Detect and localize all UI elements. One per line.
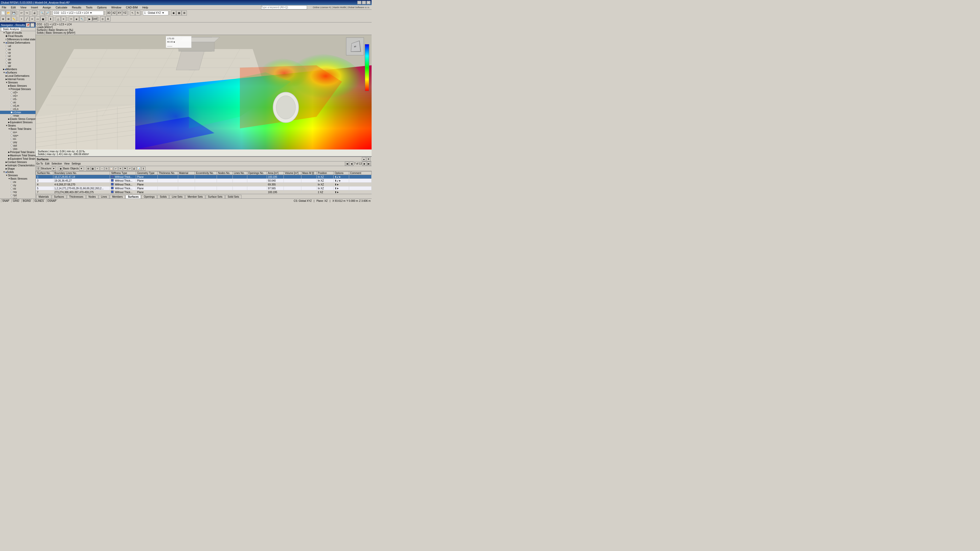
nav-global-def[interactable]: ▼ ■ Global Deformations — [0, 41, 35, 44]
zoom-in-btn[interactable]: 🔍 — [40, 11, 45, 16]
menu-selection[interactable]: Selection — [52, 162, 62, 165]
tab-lines[interactable]: Lines — [99, 195, 110, 198]
menu-help[interactable]: Help — [142, 6, 149, 9]
solid-btn[interactable]: ▣ — [40, 16, 45, 21]
undo-btn[interactable]: ↩ — [19, 11, 24, 16]
select-btn[interactable]: ↖ — [130, 11, 135, 16]
line-btn[interactable]: ╱ — [24, 16, 29, 21]
menu-settings[interactable]: Settings — [72, 162, 81, 165]
menu-calculate[interactable]: Calculate — [55, 6, 68, 9]
load-btn[interactable]: ⬇ — [48, 16, 53, 21]
view3d-btn[interactable]: 3D — [106, 11, 111, 16]
last-page-btn[interactable]: ▶| — [367, 162, 371, 166]
menu-tools[interactable]: Tools — [85, 6, 93, 9]
tab-solids[interactable]: Solids — [158, 195, 169, 198]
th-volume[interactable]: Volume [m³] — [283, 171, 301, 175]
th-options[interactable]: Options — [334, 171, 349, 175]
nav-ux[interactable]: ux — [0, 48, 35, 51]
view-yz-btn[interactable]: YZ — [122, 11, 127, 16]
filter-btn[interactable]: 🔧 — [80, 16, 84, 21]
snap-btn[interactable]: ⊕ — [0, 16, 6, 21]
tab-surface-sets[interactable]: Surface Sets — [206, 195, 225, 198]
view-xz-btn[interactable]: XZ — [111, 11, 117, 16]
nav-phiy[interactable]: φy — [0, 61, 35, 64]
nav-eyyplus[interactable]: εyy+ — [0, 134, 35, 137]
grid-btn[interactable]: GRID — [11, 199, 21, 203]
th-no[interactable]: Surface No. — [36, 171, 53, 175]
cols-icon-btn[interactable]: ▦ — [91, 167, 95, 171]
flag-btn[interactable]: ⚑ — [123, 167, 127, 171]
table-row[interactable]: 5 1,2,14,271,270-65,28-31,66,69,262,263,… — [36, 186, 372, 190]
table-row[interactable]: 4 4-9,268,37-58,270 Without Thick... Pla… — [36, 183, 372, 186]
nav-sigma1max[interactable]: σ1max — [0, 111, 35, 114]
x-btn[interactable]: ✕ — [118, 167, 123, 171]
nav-type-results[interactable]: ▼ Type of results — [0, 31, 35, 35]
search-input[interactable] — [261, 5, 307, 10]
view-xy-btn[interactable]: XY — [117, 11, 122, 16]
th-comment[interactable]: Comment — [349, 171, 371, 175]
menu-edit[interactable]: Edit — [45, 162, 49, 165]
th-stiffness[interactable]: Stiffness Type — [110, 171, 136, 175]
nav-strains[interactable]: ▼ Strains — [0, 124, 35, 127]
nav-surfaces-root[interactable]: ▼ ■ Surfaces — [0, 71, 35, 74]
del-row-btn[interactable]: − — [100, 167, 104, 171]
nav-uz[interactable]: uz — [0, 54, 35, 58]
nav-sigma1minus[interactable]: σ1- — [0, 97, 35, 101]
snap-btn[interactable]: SNAP — [1, 199, 11, 203]
menu-options[interactable]: Options — [96, 6, 107, 9]
osnap-btn[interactable]: OSNAP — [46, 199, 58, 203]
table-row[interactable]: 7 273,274,388,403-397,470-459,275 Withou… — [36, 190, 372, 194]
save-btn[interactable]: 💾 — [11, 11, 16, 16]
glines-btn[interactable]: GLINES — [33, 199, 45, 203]
basic-objects-btn[interactable]: ◉ — [59, 167, 63, 171]
export-btn[interactable]: ↗ — [127, 167, 132, 171]
grid-btn[interactable]: ⊞ — [6, 16, 11, 21]
nav-principal-total[interactable]: ▶ Principal Total Strains — [0, 151, 35, 154]
menu-view[interactable]: View — [64, 162, 70, 165]
structure-btn[interactable]: ☰ — [36, 167, 40, 171]
nav-solid-sx[interactable]: σx — [0, 180, 35, 184]
probe-btn[interactable]: ⊙ — [100, 16, 105, 21]
tab-surfaces-2[interactable]: Surfaces — [126, 195, 141, 198]
more-btn2[interactable]: ▦ — [177, 11, 181, 16]
th-position[interactable]: Position — [317, 171, 334, 175]
chart-btn[interactable]: 📊 — [137, 167, 141, 171]
support-btn[interactable]: △ — [56, 16, 61, 21]
nav-sigma1m[interactable]: σ1,m — [0, 104, 35, 107]
menu-edit[interactable]: Edit — [10, 6, 17, 9]
nav-sigma2plus[interactable]: σ2+ — [0, 91, 35, 94]
tab-openings[interactable]: Openings — [142, 195, 157, 198]
table-row[interactable]: 1 16,17,28,65-47,18 Without Thick... Pla… — [36, 175, 372, 179]
tab-line-sets[interactable]: Line Sets — [169, 195, 185, 198]
menu-insert[interactable]: Insert — [30, 6, 39, 9]
nav-local-def[interactable]: ▶ Local Deformations — [0, 74, 35, 78]
nav-solid-sy[interactable]: σy — [0, 184, 35, 187]
redo-btn[interactable]: ↪ — [24, 11, 29, 16]
th-mass[interactable]: Mass M [t] — [301, 171, 317, 175]
menu-results[interactable]: Results — [71, 6, 82, 9]
nav-phix[interactable]: φx — [0, 58, 35, 61]
dropdown-arrow[interactable]: ▼ — [52, 167, 56, 171]
menu-view[interactable]: View — [20, 6, 27, 9]
nav-gammaxy[interactable]: γxy — [0, 141, 35, 144]
more-btn1[interactable]: ◉ — [171, 11, 176, 16]
nav-stresses[interactable]: ▼ Stresses — [0, 81, 35, 84]
tab-materials[interactable]: Materials — [36, 195, 51, 198]
nav-equiv-stress[interactable]: ▶ Equivalent Stresses — [0, 121, 35, 124]
add-row-btn[interactable]: + — [95, 167, 100, 171]
menu-file[interactable]: File — [1, 6, 7, 9]
nav-shape[interactable]: ▶ Shape — [0, 167, 35, 170]
label-btn[interactable]: A — [105, 16, 110, 21]
nav-pin-btn[interactable]: 📌 — [26, 23, 30, 27]
menu-assign[interactable]: Assign — [42, 6, 52, 9]
node-btn[interactable]: • — [19, 16, 24, 21]
nav-uy[interactable]: uy — [0, 51, 35, 54]
filter-icon-btn[interactable]: ⊞ — [86, 167, 90, 171]
prev-page-btn[interactable]: ◀ — [349, 162, 353, 166]
nav-final-results[interactable]: Final Results — [0, 35, 35, 38]
zoom-out-btn[interactable]: 🔎 — [45, 11, 50, 16]
nav-phiz[interactable]: φz — [0, 64, 35, 68]
section-btn[interactable]: ✂ — [68, 16, 74, 21]
nav-differences[interactable]: Differences to initial state — [0, 38, 35, 41]
view-nav-cube[interactable]: 3D — [346, 38, 364, 56]
